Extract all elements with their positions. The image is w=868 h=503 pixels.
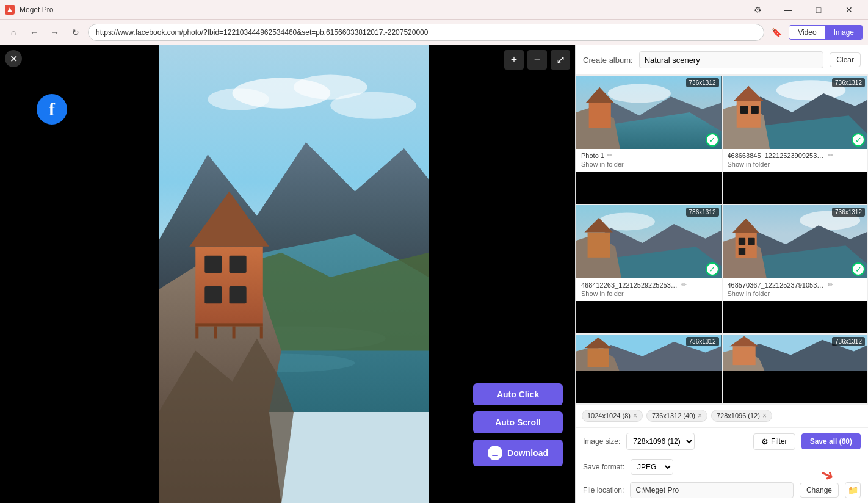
- image-info-4: 468570367_122125237910534460_ ✏ Show in …: [723, 278, 868, 301]
- svg-rect-14: [204, 256, 222, 273]
- auto-click-btn[interactable]: Auto Click: [473, 383, 563, 405]
- close-overlay-btn[interactable]: ✕: [5, 50, 22, 67]
- image-card-2: 736x1312 ✓ 468663845_122125239092534460_…: [722, 75, 869, 204]
- image-thumb-6[interactable]: 736x1312: [723, 335, 868, 371]
- tag-label-2: 728x1096 (12): [717, 412, 760, 419]
- right-panel: Create album: Clear: [575, 45, 868, 503]
- svg-rect-38: [736, 101, 760, 127]
- svg-rect-16: [204, 286, 222, 303]
- fb-letter: f: [49, 99, 55, 120]
- tag-chip-1[interactable]: 736x1312 (40) ×: [646, 410, 707, 422]
- browser-view: ✕ f: [0, 45, 575, 503]
- tag-remove-1[interactable]: ×: [698, 412, 702, 419]
- download-label: Download: [507, 448, 548, 458]
- img-dims-2: 736x1312: [832, 78, 865, 87]
- filter-label: Filter: [771, 437, 787, 446]
- zoom-controls: + − ⤢: [504, 50, 570, 70]
- svg-rect-25: [492, 455, 498, 456]
- tag-label-1: 736x1312 (40): [652, 412, 695, 419]
- image-thumb-1[interactable]: 736x1312 ✓: [576, 76, 722, 149]
- image-thumb-2[interactable]: 736x1312 ✓: [723, 76, 868, 149]
- photo-container: [159, 45, 429, 503]
- svg-rect-62: [588, 348, 609, 367]
- tag-remove-0[interactable]: ×: [633, 412, 637, 419]
- check-badge-4: ✓: [852, 262, 865, 276]
- svg-rect-31: [589, 103, 611, 128]
- image-thumb-5[interactable]: 736x1312: [576, 335, 722, 371]
- svg-rect-41: [751, 106, 758, 114]
- img-dims-6: 736x1312: [832, 337, 865, 346]
- settings-btn[interactable]: ⚙: [743, 0, 772, 20]
- change-btn[interactable]: Change: [800, 483, 839, 498]
- img-dims-5: 736x1312: [686, 337, 719, 346]
- edit-icon-1[interactable]: ✏: [607, 151, 612, 159]
- file-location-row: ➜ File location: Change 📁: [576, 479, 868, 503]
- svg-rect-58: [738, 248, 745, 255]
- svg-point-4: [208, 89, 269, 110]
- svg-rect-18: [195, 323, 262, 326]
- bottom-controls: Image size: 728x1096 (12) 1024x1024 (8) …: [576, 427, 868, 455]
- img-size-select[interactable]: 728x1096 (12) 1024x1024 (8) 736x1312 (40…: [626, 433, 695, 450]
- image-info-1: Photo 1 ✏ Show in folder: [576, 149, 722, 172]
- close-btn[interactable]: ✕: [835, 0, 863, 20]
- image-card-4: 736x1312 ✓ 468570367_122125237910534460_…: [722, 204, 869, 334]
- video-mode-btn[interactable]: Video: [789, 26, 825, 39]
- format-select[interactable]: JPEG PNG WEBP: [631, 459, 673, 475]
- check-badge-2: ✓: [852, 133, 865, 147]
- album-name-input[interactable]: [639, 51, 824, 68]
- zoom-in-btn[interactable]: +: [504, 50, 524, 70]
- folder-icon-btn[interactable]: 📁: [845, 482, 861, 498]
- check-badge-3: ✓: [706, 262, 719, 276]
- svg-rect-67: [732, 346, 755, 365]
- folder-icon: 📁: [848, 485, 858, 495]
- edit-icon-4[interactable]: ✏: [828, 281, 833, 289]
- home-nav-btn[interactable]: ⌂: [5, 24, 22, 41]
- close-icon: ✕: [10, 53, 18, 65]
- bookmark-btn[interactable]: 🔖: [768, 24, 785, 41]
- show-folder-4[interactable]: Show in folder: [728, 290, 863, 297]
- image-mode-btn[interactable]: Image: [825, 26, 863, 39]
- zoom-out-btn[interactable]: −: [527, 50, 547, 70]
- image-thumb-4[interactable]: 736x1312 ✓: [723, 205, 868, 278]
- save-format-label: Save format:: [583, 463, 624, 471]
- image-grid: 736x1312 ✓ Photo 1 ✏ Show in folder: [576, 75, 868, 404]
- img-dims-1: 736x1312: [686, 78, 719, 87]
- svg-rect-57: [748, 238, 754, 245]
- clear-btn[interactable]: Clear: [830, 52, 861, 67]
- create-album-label: Create album:: [583, 56, 633, 65]
- back-nav-btn[interactable]: ←: [26, 24, 43, 41]
- filter-btn[interactable]: ⚙ Filter: [753, 433, 795, 450]
- forward-nav-btn[interactable]: →: [46, 24, 63, 41]
- address-input[interactable]: [88, 24, 764, 41]
- svg-marker-0: [7, 7, 12, 12]
- filter-icon: ⚙: [761, 437, 769, 446]
- fit-btn[interactable]: ⤢: [551, 50, 570, 70]
- img-size-label: Image size:: [583, 437, 620, 446]
- tag-filter-row: 1024x1024 (8) × 736x1312 (40) × 728x1096…: [576, 404, 868, 427]
- refresh-nav-btn[interactable]: ↻: [67, 24, 84, 41]
- maximize-btn[interactable]: □: [805, 0, 833, 20]
- tag-remove-2[interactable]: ×: [762, 412, 767, 419]
- browser-bar: ⌂ ← → ↻ 🔖 Video Image: [0, 20, 868, 45]
- window-controls: ⚙ — □ ✕: [743, 0, 863, 20]
- tag-chip-0[interactable]: 1024x1024 (8) ×: [582, 410, 643, 422]
- show-folder-3[interactable]: Show in folder: [581, 290, 717, 297]
- svg-rect-20: [214, 326, 217, 338]
- save-all-btn[interactable]: Save all (60): [801, 433, 861, 449]
- show-folder-1[interactable]: Show in folder: [581, 161, 717, 168]
- download-btn[interactable]: Download: [473, 440, 563, 466]
- image-info-2: 468663845_122125239092534460_ ✏ Show in …: [723, 149, 868, 172]
- show-folder-2[interactable]: Show in folder: [728, 161, 863, 168]
- file-location-input[interactable]: [630, 482, 794, 498]
- image-card-6: 736x1312: [722, 334, 869, 404]
- left-black-panel: [0, 45, 159, 503]
- minimize-btn[interactable]: —: [774, 0, 802, 20]
- tag-chip-2[interactable]: 728x1096 (12) ×: [711, 410, 772, 422]
- app-icon: [5, 5, 15, 15]
- image-card-1: 736x1312 ✓ Photo 1 ✏ Show in folder: [576, 75, 722, 204]
- image-thumb-3[interactable]: 736x1312 ✓: [576, 205, 722, 278]
- edit-icon-2[interactable]: ✏: [828, 151, 833, 159]
- edit-icon-3[interactable]: ✏: [681, 281, 687, 289]
- auto-scroll-btn[interactable]: Auto Scroll: [473, 411, 563, 433]
- filename-3: 468412263_122125292252534460_ ✏: [581, 281, 717, 289]
